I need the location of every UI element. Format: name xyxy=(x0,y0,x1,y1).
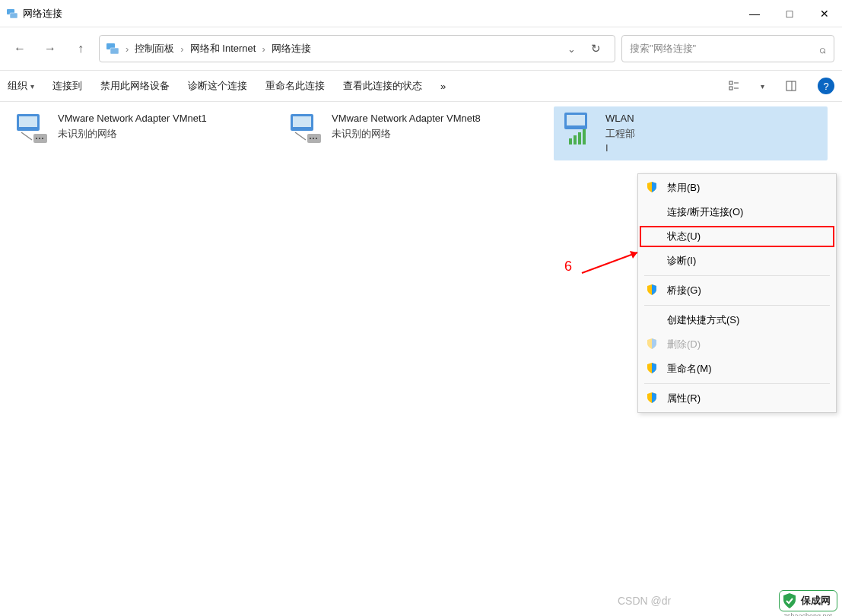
window-title: 网络连接 xyxy=(23,7,737,21)
adapter-icon xyxy=(561,111,598,148)
svg-rect-26 xyxy=(578,132,581,144)
menu-item-rename[interactable]: 重命名(M) xyxy=(638,357,836,381)
breadcrumb-seg-control-panel[interactable]: 控制面板 xyxy=(135,42,174,56)
shield-icon xyxy=(646,284,658,296)
adapter-vmnet1[interactable]: VMware Network Adapter VMnet1 未识别的网络 xyxy=(6,106,280,152)
adapter-vmnet8[interactable]: VMware Network Adapter VMnet8 未识别的网络 xyxy=(280,106,554,152)
titlebar: 网络连接 — □ ✕ xyxy=(0,0,842,27)
adapter-wlan[interactable]: WLAN 工程部 I xyxy=(554,106,828,160)
adapter-status: 未识别的网络 xyxy=(58,126,207,141)
network-connections-icon xyxy=(106,42,119,56)
search-placeholder: 搜索"网络连接" xyxy=(630,42,696,56)
search-input[interactable]: 搜索"网络连接" ⌕ xyxy=(621,35,834,62)
csdn-watermark: CSDN @dr xyxy=(618,595,671,607)
chevron-right-icon: › xyxy=(259,43,268,55)
svg-point-19 xyxy=(310,138,311,139)
chevron-down-icon[interactable]: ▾ xyxy=(761,82,764,90)
adapter-name: VMware Network Adapter VMnet8 xyxy=(332,111,481,126)
menu-item-properties[interactable]: 属性(R) xyxy=(638,386,836,411)
menu-label: 诊断(I) xyxy=(667,254,696,268)
svg-point-15 xyxy=(42,138,43,139)
view-icon xyxy=(729,81,739,91)
adapter-sub: 工程部 xyxy=(605,126,635,141)
breadcrumb-seg-network-internet[interactable]: 网络和 Internet xyxy=(190,42,256,56)
window-controls: — □ ✕ xyxy=(737,0,842,27)
breadcrumb-seg-network-connections[interactable]: 网络连接 xyxy=(272,42,311,56)
adapter-name: WLAN xyxy=(605,111,635,126)
shield-icon xyxy=(646,181,658,193)
adapter-name: VMware Network Adapter VMnet1 xyxy=(58,111,207,126)
view-status-button[interactable]: 查看此连接的状态 xyxy=(343,79,422,93)
up-button[interactable]: ↑ xyxy=(68,37,93,61)
svg-rect-5 xyxy=(729,87,732,90)
menu-label: 桥接(G) xyxy=(667,284,701,297)
svg-rect-11 xyxy=(19,116,37,127)
svg-rect-24 xyxy=(569,138,572,144)
svg-rect-3 xyxy=(110,48,119,54)
menu-item-diagnose[interactable]: 诊断(I) xyxy=(638,249,836,273)
preview-pane-button[interactable] xyxy=(783,78,799,94)
watermark-text: 保成网 xyxy=(801,594,831,608)
svg-rect-25 xyxy=(574,135,577,144)
close-button[interactable]: ✕ xyxy=(807,0,842,27)
svg-rect-4 xyxy=(729,81,732,84)
help-button[interactable]: ? xyxy=(818,78,834,94)
minimize-button[interactable]: — xyxy=(737,0,772,27)
site-watermark: 保成网 zsbaocheng.net xyxy=(779,590,837,611)
shield-icon xyxy=(646,338,658,350)
address-history-dropdown[interactable]: ⌄ xyxy=(563,43,580,55)
refresh-button[interactable]: ↻ xyxy=(583,42,608,56)
svg-rect-17 xyxy=(293,116,311,127)
menu-label: 删除(D) xyxy=(667,338,701,351)
svg-rect-23 xyxy=(567,115,585,125)
toolbar-overflow[interactable]: » xyxy=(440,81,446,92)
toolbar: 组织 连接到 禁用此网络设备 诊断这个连接 重命名此连接 查看此连接的状态 » … xyxy=(0,70,842,102)
menu-label: 状态(U) xyxy=(667,230,701,243)
context-menu: 禁用(B) 连接/断开连接(O) 状态(U) 诊断(I) 桥接(G) 创建快捷方… xyxy=(637,173,837,413)
menu-separator xyxy=(644,383,830,384)
menu-item-create-shortcut[interactable]: 创建快捷方式(S) xyxy=(638,308,836,332)
menu-label: 属性(R) xyxy=(667,392,701,405)
adapter-icon xyxy=(14,111,50,148)
menu-separator xyxy=(644,305,830,306)
svg-rect-27 xyxy=(583,129,586,144)
disable-device-button[interactable]: 禁用此网络设备 xyxy=(100,79,170,93)
menu-label: 创建快捷方式(S) xyxy=(667,313,739,327)
maximize-button[interactable]: □ xyxy=(772,0,807,27)
menu-item-disable[interactable]: 禁用(B) xyxy=(638,176,836,200)
connect-to-button[interactable]: 连接到 xyxy=(52,79,82,93)
adapter-icon xyxy=(288,111,324,148)
shield-check-icon xyxy=(781,592,798,609)
adapter-status: 未识别的网络 xyxy=(332,126,481,141)
chevron-right-icon: › xyxy=(177,43,186,55)
diagnose-connection-button[interactable]: 诊断这个连接 xyxy=(188,79,247,93)
svg-rect-8 xyxy=(786,81,796,90)
menu-label: 重命名(M) xyxy=(667,362,712,376)
pane-icon xyxy=(786,81,796,91)
forward-button[interactable]: → xyxy=(38,37,62,61)
svg-point-13 xyxy=(36,138,37,139)
back-button[interactable]: ← xyxy=(8,37,32,61)
svg-point-20 xyxy=(313,138,314,139)
navigation-bar: ← → ↑ › 控制面板 › 网络和 Internet › 网络连接 ⌄ ↻ 搜… xyxy=(0,27,842,70)
menu-item-delete: 删除(D) xyxy=(638,332,836,357)
menu-item-bridge[interactable]: 桥接(G) xyxy=(638,278,836,303)
shield-icon xyxy=(646,362,658,374)
svg-point-14 xyxy=(39,138,40,139)
rename-connection-button[interactable]: 重命名此连接 xyxy=(265,79,325,93)
chevron-right-icon: › xyxy=(122,43,132,55)
menu-label: 连接/断开连接(O) xyxy=(667,205,743,219)
menu-label: 禁用(B) xyxy=(667,181,700,195)
watermark-sub: zsbaocheng.net xyxy=(783,612,832,616)
adapter-status: I xyxy=(605,141,635,156)
svg-point-21 xyxy=(316,138,317,139)
menu-item-status[interactable]: 状态(U) xyxy=(638,224,836,249)
menu-separator xyxy=(644,275,830,276)
menu-item-connect-disconnect[interactable]: 连接/断开连接(O) xyxy=(638,200,836,224)
svg-rect-1 xyxy=(10,13,17,18)
organize-menu[interactable]: 组织 xyxy=(8,79,34,93)
address-bar[interactable]: › 控制面板 › 网络和 Internet › 网络连接 ⌄ ↻ xyxy=(99,35,615,62)
network-connections-icon xyxy=(6,8,18,20)
view-options-button[interactable] xyxy=(726,78,742,94)
shield-icon xyxy=(646,392,658,404)
